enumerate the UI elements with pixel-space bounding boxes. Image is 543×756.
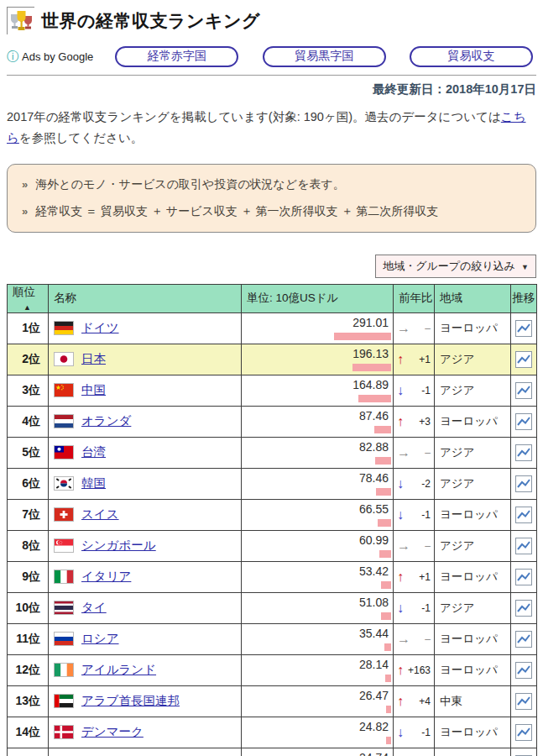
value-cell: 196.13 xyxy=(242,344,394,375)
rank-cell: 9位 xyxy=(8,561,49,592)
trend-chart-icon[interactable] xyxy=(515,724,532,741)
rank-cell: 11位 xyxy=(8,623,49,654)
page-header: 世界の経常収支ランキング xyxy=(7,7,536,34)
country-link[interactable]: スイス xyxy=(81,507,119,522)
yoy-value: +1 xyxy=(419,571,431,583)
yoy-arrow-icon: → xyxy=(397,445,410,460)
note-box: » 海外とのモノ・サービスの取引や投資の状況などを表す。 » 経常収支 ＝ 貿易… xyxy=(7,164,536,233)
filter-label: 地域・グループの絞り込み xyxy=(383,260,515,272)
rank-cell: 1位 xyxy=(8,312,49,344)
value-bar xyxy=(378,519,391,527)
value-cell: 35.44 xyxy=(242,623,394,654)
value-label: 53.42 xyxy=(242,562,393,578)
value-bar xyxy=(379,550,391,558)
table-row: 3位 中国 164.89 ↓ -1 アジア xyxy=(8,375,537,406)
value-cell: 53.42 xyxy=(242,561,394,592)
yoy-arrow-icon: ↓ xyxy=(397,476,404,491)
yoy-cell: ↑ +163 xyxy=(394,654,435,685)
yoy-arrow-icon: → xyxy=(397,538,410,554)
country-link[interactable]: アラブ首長国連邦 xyxy=(81,693,180,709)
value-bar xyxy=(374,426,391,433)
trend-cell xyxy=(511,561,537,592)
country-link[interactable]: タイ xyxy=(81,600,107,616)
trend-chart-icon[interactable] xyxy=(515,382,532,399)
trend-chart-icon[interactable] xyxy=(515,569,532,585)
ad-link-trade-balance[interactable]: 貿易収支 xyxy=(410,46,533,67)
filter-dropdown-button[interactable]: 地域・グループの絞り込み▼ xyxy=(375,255,536,278)
region-label: ヨーロッパ xyxy=(435,406,511,437)
rank-cell: 13位 xyxy=(8,685,49,717)
name-cell: ロシア xyxy=(49,623,242,654)
region-label: ヨーロッパ xyxy=(435,654,511,685)
country-link[interactable]: デンマーク xyxy=(81,724,144,740)
country-flag-icon xyxy=(55,353,73,365)
col-rank: 順位▲ xyxy=(8,284,49,312)
rank-cell: 4位 xyxy=(8,406,49,437)
trend-chart-icon[interactable] xyxy=(515,413,532,430)
yoy-cell: ↓ -2 xyxy=(394,468,435,499)
last-updated: 最終更新日：2018年10月17日 xyxy=(7,81,536,97)
yoy-value: -2 xyxy=(421,478,431,490)
trend-chart-icon[interactable] xyxy=(515,693,532,710)
ad-link-current-deficit[interactable]: 経常赤字国 xyxy=(115,46,238,67)
name-cell: アラブ首長国連邦 xyxy=(49,685,242,717)
region-label: ヨーロッパ xyxy=(435,561,511,592)
trend-chart-icon[interactable] xyxy=(515,631,532,648)
table-header: 順位▲ 名称 単位: 10億USドル 前年比 地域 推移 xyxy=(8,284,537,312)
rank-cell: 6位 xyxy=(8,468,49,499)
country-link[interactable]: ドイツ xyxy=(81,320,119,336)
trend-chart-icon[interactable] xyxy=(515,320,532,337)
table-body: 1位 ドイツ 291.01 → – ヨーロッパ 2位 日本 xyxy=(8,312,537,756)
table-row: 14位 デンマーク 24.82 ↓ -1 ヨーロッパ xyxy=(8,717,537,748)
country-link[interactable]: 中国 xyxy=(81,382,106,398)
value-label: 26.47 xyxy=(242,686,393,702)
name-cell: ドイツ xyxy=(49,312,242,344)
country-link[interactable]: アイルランド xyxy=(81,662,156,678)
region-label: アジア xyxy=(435,530,511,561)
trend-cell xyxy=(511,344,537,375)
trend-chart-icon[interactable] xyxy=(515,444,532,461)
value-bar xyxy=(376,488,391,496)
yoy-arrow-icon: ↑ xyxy=(397,414,404,429)
intro-before: 2017年の経常収支ランキングを掲載しています(対象: 190ヶ国)。過去のデー… xyxy=(7,110,501,123)
table-row: 1位 ドイツ 291.01 → – ヨーロッパ xyxy=(8,312,537,344)
country-link[interactable]: 日本 xyxy=(81,351,106,367)
region-label: ヨーロッパ xyxy=(435,717,511,748)
trend-cell xyxy=(511,530,537,561)
trend-chart-icon[interactable] xyxy=(515,507,532,523)
trend-chart-icon[interactable] xyxy=(515,662,532,679)
yoy-cell: ↑ +4 xyxy=(394,685,435,717)
region-label: 中東 xyxy=(435,685,511,717)
table-row: 5位 台湾 82.88 → – アジア xyxy=(8,437,537,468)
yoy-value: +3 xyxy=(419,416,431,428)
trend-chart-icon[interactable] xyxy=(515,538,532,554)
country-link[interactable]: シンガポール xyxy=(81,538,156,554)
name-cell: オランダ xyxy=(49,406,242,437)
rank-cell: 3位 xyxy=(8,375,49,406)
trend-chart-icon[interactable] xyxy=(515,600,532,617)
trend-chart-icon[interactable] xyxy=(515,351,532,368)
yoy-arrow-icon: ↓ xyxy=(397,383,404,398)
trend-chart-icon[interactable] xyxy=(515,475,532,492)
country-flag-icon xyxy=(55,384,73,396)
country-link[interactable]: 台湾 xyxy=(81,444,106,460)
value-bar xyxy=(385,675,391,682)
rank-cell: 2位 xyxy=(8,344,49,375)
name-cell: シンガポール xyxy=(49,530,242,561)
country-link[interactable]: オランダ xyxy=(81,413,131,429)
trend-cell xyxy=(511,437,537,468)
ad-link-trade-surplus[interactable]: 貿易黒字国 xyxy=(263,46,386,67)
country-link[interactable]: イタリア xyxy=(81,569,131,585)
country-link[interactable]: ロシア xyxy=(81,631,119,647)
name-cell: スペイン xyxy=(49,748,242,756)
value-label: 66.55 xyxy=(242,500,393,516)
google-ads-info-icon[interactable]: ⓘ xyxy=(7,50,18,65)
value-bar xyxy=(358,395,391,402)
col-name: 名称 xyxy=(49,284,242,312)
yoy-value: – xyxy=(425,447,431,459)
yoy-value: -1 xyxy=(421,727,431,738)
region-label: アジア xyxy=(435,437,511,468)
trend-cell xyxy=(511,406,537,437)
country-link[interactable]: 韓国 xyxy=(81,475,106,491)
sort-asc-icon[interactable]: ▲ xyxy=(23,303,31,312)
